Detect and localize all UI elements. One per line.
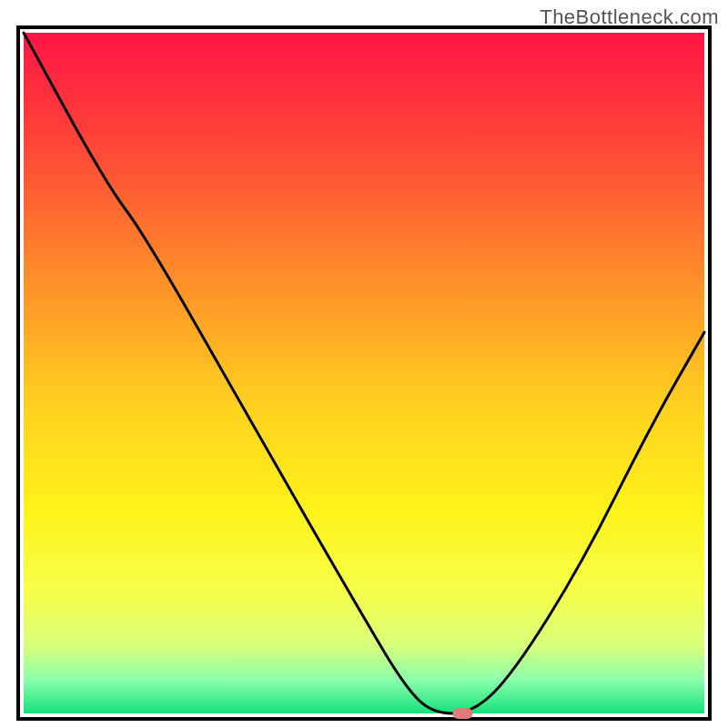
optimum-marker — [452, 708, 472, 719]
chart-container: TheBottleneck.com — [0, 0, 728, 728]
bottleneck-chart — [0, 0, 728, 728]
chart-background — [24, 33, 704, 713]
